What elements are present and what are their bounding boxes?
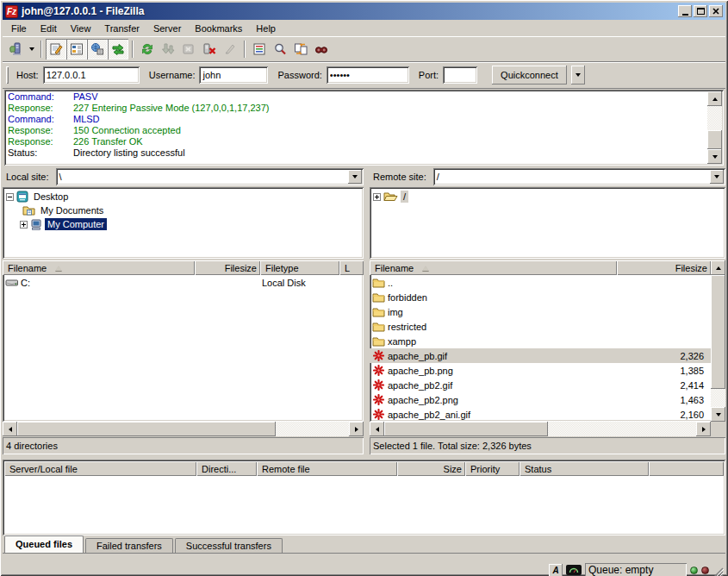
synchronized-browsing-icon[interactable]: [290, 39, 311, 59]
local-site-combo[interactable]: \: [56, 168, 364, 185]
combo-dropdown-icon[interactable]: [710, 170, 724, 184]
scrollbar-thumb[interactable]: [17, 422, 276, 436]
column-filetype[interactable]: Filetype: [260, 260, 339, 275]
scrollbar-thumb[interactable]: [707, 130, 722, 149]
scroll-up-icon[interactable]: [711, 260, 725, 275]
local-file-type: Local Disk: [260, 278, 339, 288]
directory-comparison-icon[interactable]: [270, 39, 290, 59]
tab-failed-transfers[interactable]: Failed transfers: [85, 538, 173, 553]
resize-grip[interactable]: [712, 567, 724, 576]
site-manager-dropdown[interactable]: [26, 39, 37, 59]
toggle-local-tree-icon[interactable]: [66, 39, 87, 59]
toolbar-separator: [132, 41, 134, 58]
expand-icon[interactable]: [373, 193, 381, 201]
scroll-right-icon[interactable]: [349, 422, 364, 436]
local-hscrollbar[interactable]: [3, 422, 364, 436]
remote-file-size: 2,414: [617, 380, 711, 391]
site-manager-icon[interactable]: [5, 39, 26, 59]
remote-file-row[interactable]: apache_pb.png1,385: [370, 363, 711, 378]
port-input[interactable]: [443, 66, 477, 84]
speed-limits-icon[interactable]: [566, 565, 582, 575]
menu-bookmarks[interactable]: Bookmarks: [188, 22, 249, 35]
toggle-message-log-icon[interactable]: [46, 39, 66, 59]
quickconnect-dropdown[interactable]: [571, 66, 585, 85]
scroll-left-icon[interactable]: [3, 422, 17, 436]
refresh-icon[interactable]: [137, 39, 158, 59]
remote-file-row[interactable]: restricted: [370, 319, 711, 334]
remote-file-row[interactable]: apache_pb2.png1,463: [370, 392, 711, 407]
filter-icon[interactable]: [249, 39, 270, 59]
toolbar-gripper[interactable]: [6, 66, 9, 84]
menu-file[interactable]: File: [4, 22, 34, 35]
tree-item-label: Desktop: [31, 191, 71, 203]
quickconnect-button[interactable]: Quickconnect: [492, 66, 567, 85]
remote-file-row[interactable]: forbidden: [370, 290, 711, 304]
scrollbar-thumb[interactable]: [384, 422, 548, 436]
remote-file-row[interactable]: apache_pb2_ani.gif2,160: [370, 407, 711, 422]
collapse-icon[interactable]: [6, 193, 14, 201]
column-priority[interactable]: Priority: [465, 461, 520, 476]
username-input[interactable]: [199, 66, 268, 84]
column-last-modified[interactable]: L: [339, 260, 364, 275]
menu-transfer[interactable]: Transfer: [97, 22, 146, 35]
scroll-right-icon[interactable]: [696, 422, 711, 436]
remote-file-row[interactable]: img: [370, 304, 711, 319]
menu-server[interactable]: Server: [146, 22, 188, 35]
menu-view[interactable]: View: [64, 22, 98, 35]
remote-file-row[interactable]: apache_pb2.gif2,414: [370, 378, 711, 392]
tree-item-desktop[interactable]: Desktop: [6, 190, 362, 203]
expand-icon[interactable]: [20, 221, 28, 229]
local-site-label: Local site:: [3, 172, 56, 182]
reconnect-icon[interactable]: [220, 39, 240, 59]
remote-site-combo[interactable]: /: [433, 168, 725, 185]
password-input[interactable]: [327, 66, 409, 84]
column-filesize[interactable]: Filesize: [195, 260, 260, 275]
local-list-header: Filename Filesize Filetype L: [3, 260, 364, 275]
column-filename[interactable]: Filename: [370, 260, 617, 275]
combo-dropdown-icon[interactable]: [348, 170, 362, 184]
close-button[interactable]: [709, 5, 723, 17]
data-type-indicator-icon[interactable]: A: [549, 564, 563, 576]
remote-file-name: apache_pb2.png: [388, 395, 458, 405]
tab-queued-files[interactable]: Queued files: [4, 535, 84, 553]
scroll-up-icon[interactable]: [707, 91, 722, 106]
cancel-icon[interactable]: [178, 39, 199, 59]
find-files-icon[interactable]: [311, 39, 332, 59]
log-scrollbar[interactable]: [707, 91, 722, 164]
tree-item-my-computer[interactable]: My Computer: [6, 217, 362, 231]
column-server-local-file[interactable]: Server/Local file: [4, 461, 196, 476]
remote-file-row[interactable]: apache_pb.gif2,326: [370, 348, 711, 363]
remote-file-row[interactable]: xampp: [370, 334, 711, 348]
column-status[interactable]: Status: [520, 461, 649, 476]
column-filename[interactable]: Filename: [3, 260, 195, 275]
scrollbar-thumb[interactable]: [711, 275, 725, 389]
column-filesize[interactable]: Filesize: [617, 260, 711, 275]
tree-item-my-documents[interactable]: My Documents: [6, 203, 362, 217]
disconnect-icon[interactable]: [199, 39, 220, 59]
tab-successful-transfers[interactable]: Successful transfers: [175, 538, 283, 553]
menu-edit[interactable]: Edit: [34, 22, 64, 35]
column-remote-file[interactable]: Remote file: [257, 461, 397, 476]
remote-hscrollbar[interactable]: [370, 422, 725, 436]
scroll-left-icon[interactable]: [370, 422, 384, 436]
scroll-down-icon[interactable]: [711, 407, 725, 422]
maximize-button[interactable]: [694, 5, 707, 17]
remote-directory-tree: /: [370, 187, 725, 259]
minimize-button[interactable]: [678, 5, 692, 17]
column-size[interactable]: Size: [397, 461, 465, 476]
scroll-down-icon[interactable]: [707, 149, 722, 164]
menu-help[interactable]: Help: [249, 22, 283, 35]
username-label: Username:: [149, 70, 196, 80]
process-queue-icon[interactable]: [158, 39, 178, 59]
toggle-remote-tree-icon[interactable]: [87, 39, 108, 59]
vertical-splitter[interactable]: [364, 167, 370, 454]
toolbar-separator: [244, 41, 246, 58]
host-input[interactable]: [43, 66, 140, 84]
remote-vscrollbar[interactable]: [711, 260, 725, 422]
local-file-row[interactable]: C: Local Disk: [3, 275, 364, 290]
filezilla-app-icon: Fz: [5, 5, 18, 18]
tree-item-root[interactable]: /: [373, 190, 724, 203]
toggle-transfer-queue-icon[interactable]: [108, 39, 128, 59]
remote-file-row[interactable]: ..: [370, 275, 711, 290]
column-direction[interactable]: Directi...: [196, 461, 257, 476]
